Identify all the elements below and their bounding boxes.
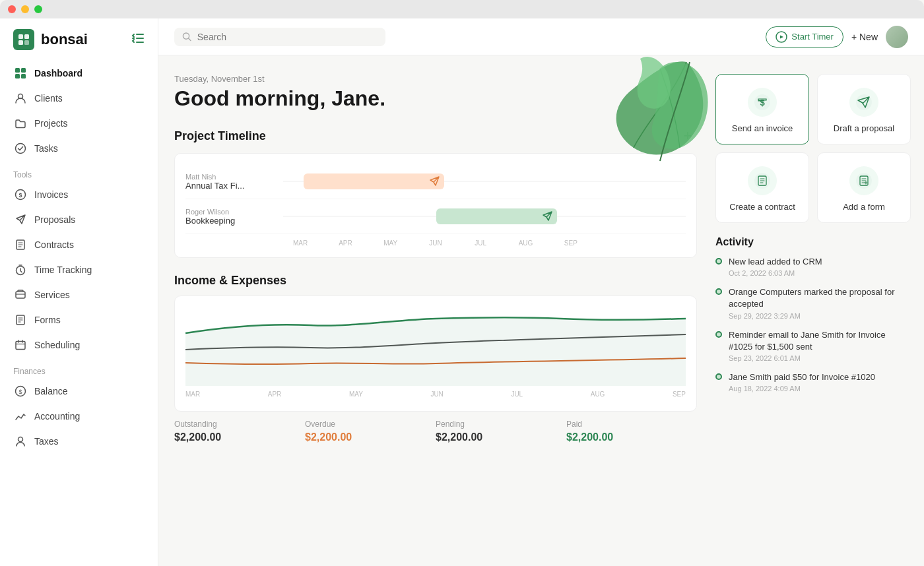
new-button[interactable]: + New <box>851 32 878 42</box>
avatar[interactable] <box>886 26 908 48</box>
action-send-invoice[interactable]: $ Send an invoice <box>715 74 809 144</box>
finances-section-title: Finances <box>0 358 158 379</box>
mac-maximize[interactable] <box>34 5 42 13</box>
activity-text-3: Jane Smith paid $50 for Invoice #1020 <box>729 371 875 383</box>
chart-month-aug: AUG <box>591 391 605 398</box>
activity-dot-2 <box>715 331 722 338</box>
balance-icon: $ <box>13 384 28 398</box>
timeline-section-header: Project Timeline + <box>174 127 697 145</box>
sidebar-label-proposals: Proposals <box>34 214 75 225</box>
activity-dot-3 <box>715 373 722 380</box>
activity-time-1: Sep 29, 2022 3:29 AM <box>729 312 911 320</box>
start-timer-label: Start Timer <box>791 32 834 42</box>
activity-title: Activity <box>715 236 911 248</box>
timeline-project-2: Bookkeeping <box>185 216 278 226</box>
stat-pending: Pending $2,200.00 <box>436 420 566 443</box>
action-draft-proposal[interactable]: Draft a proposal <box>817 74 911 144</box>
svg-text:$: $ <box>18 192 22 199</box>
stats-row: Outstanding $2,200.00 Overdue $2,200.00 … <box>174 420 697 443</box>
activity-item-0: New lead added to CRM Oct 2, 2022 6:03 A… <box>715 256 911 277</box>
stat-overdue: Overdue $2,200.00 <box>305 420 436 443</box>
sidebar-item-proposals[interactable]: Proposals <box>0 207 158 232</box>
sidebar-item-scheduling[interactable]: Scheduling <box>0 332 158 358</box>
svg-rect-14 <box>16 292 25 298</box>
sidebar-label-contracts: Contracts <box>34 239 74 250</box>
welcome-date: Tuesday, November 1st <box>174 74 697 84</box>
sidebar-item-time-tracking[interactable]: Time Tracking <box>0 257 158 282</box>
sidebar-label-balance: Balance <box>34 386 68 396</box>
sidebar-label-dashboard: Dashboard <box>34 68 82 79</box>
mac-minimize[interactable] <box>21 5 29 13</box>
sidebar-item-projects[interactable]: Projects <box>0 111 158 136</box>
sidebar-toggle-icon[interactable] <box>131 33 145 47</box>
activity-content-2: Reminder email to Jane Smith for Invoice… <box>729 329 911 362</box>
action-label-add-form: Add a form <box>843 202 885 212</box>
sidebar-item-tasks[interactable]: Tasks <box>0 136 158 161</box>
stat-overdue-value: $2,200.00 <box>305 431 436 443</box>
accounting-icon <box>13 409 28 424</box>
sidebar-label-accounting: Accounting <box>34 411 80 422</box>
sidebar-item-services[interactable]: Services <box>0 282 158 307</box>
svg-rect-0 <box>18 34 23 39</box>
activity-item-1: Orange Computers marked the proposal for… <box>715 286 911 319</box>
svg-point-9 <box>16 144 26 154</box>
activity-item-3: Jane Smith paid $50 for Invoice #1020 Au… <box>715 371 911 393</box>
forms-icon <box>13 313 28 327</box>
clients-icon <box>13 91 28 106</box>
sidebar-label-taxes: Taxes <box>34 436 59 447</box>
sidebar-item-invoices[interactable]: $ Invoices <box>0 182 158 207</box>
sidebar-label-invoices: Invoices <box>34 189 68 200</box>
play-icon <box>776 31 787 43</box>
activity-content-0: New lead added to CRM Oct 2, 2022 6:03 A… <box>729 256 822 277</box>
month-mar: MAR <box>278 239 323 247</box>
svg-rect-6 <box>15 74 20 79</box>
month-jul: JUL <box>458 239 503 247</box>
stat-paid-value: $2,200.00 <box>566 431 697 443</box>
welcome-greeting: Good morning, Jane. <box>174 86 697 111</box>
sidebar-item-dashboard[interactable]: Dashboard <box>0 61 158 86</box>
logo-text: bonsai <box>41 31 88 48</box>
add-timeline-button[interactable]: + <box>678 127 697 145</box>
sidebar-item-clients[interactable]: Clients <box>0 86 158 111</box>
stat-paid-label: Paid <box>566 420 697 429</box>
search-bar[interactable] <box>174 28 385 46</box>
activity-content-1: Orange Computers marked the proposal for… <box>729 286 911 319</box>
start-timer-button[interactable]: Start Timer <box>766 26 843 47</box>
svg-rect-7 <box>21 74 26 79</box>
proposals-icon <box>13 212 28 227</box>
stat-pending-value: $2,200.00 <box>436 431 566 443</box>
sidebar-item-balance[interactable]: $ Balance <box>0 379 158 404</box>
sidebar-item-accounting[interactable]: Accounting <box>0 404 158 429</box>
svg-rect-16 <box>16 342 25 350</box>
search-input[interactable] <box>197 32 378 42</box>
stat-overdue-label: Overdue <box>305 420 436 429</box>
sidebar-item-contracts[interactable]: Contracts <box>0 232 158 257</box>
main-area: Start Timer + New <box>158 18 924 566</box>
timeline-client-1: Matt Nish <box>185 173 278 181</box>
sidebar-label-projects: Projects <box>34 118 68 129</box>
stat-outstanding-label: Outstanding <box>174 420 305 429</box>
timeline-row: Matt Nish Annual Tax Fi... <box>185 164 686 199</box>
stat-paid: Paid $2,200.00 <box>566 420 697 443</box>
sidebar-item-taxes[interactable]: Taxes <box>0 429 158 454</box>
chart-month-mar: MAR <box>185 391 200 398</box>
income-chart <box>185 307 686 386</box>
sidebar-label-scheduling: Scheduling <box>34 340 80 350</box>
project-timeline-section: Project Timeline + Matt Nish Annual Tax … <box>174 127 697 258</box>
chart-month-jul: JUL <box>511 391 523 398</box>
svg-rect-2 <box>18 40 23 45</box>
timeline-info-2: Roger Wilson Bookkeeping <box>185 208 278 226</box>
action-create-contract[interactable]: Create a contract <box>715 152 809 223</box>
tasks-icon <box>13 141 28 156</box>
action-add-form[interactable]: Add a form <box>817 152 911 223</box>
welcome-section: Tuesday, November 1st Good morning, Jane… <box>174 74 697 111</box>
taxes-icon <box>13 434 28 449</box>
month-jun: JUN <box>413 239 458 247</box>
activity-time-0: Oct 2, 2022 6:03 AM <box>729 269 822 277</box>
timeline-bar-1 <box>304 173 445 189</box>
month-aug: AUG <box>503 239 548 247</box>
sidebar-item-forms[interactable]: Forms <box>0 307 158 332</box>
activity-content-3: Jane Smith paid $50 for Invoice #1020 Au… <box>729 371 875 393</box>
timeline-bar-2 <box>436 208 557 224</box>
mac-close[interactable] <box>8 5 16 13</box>
